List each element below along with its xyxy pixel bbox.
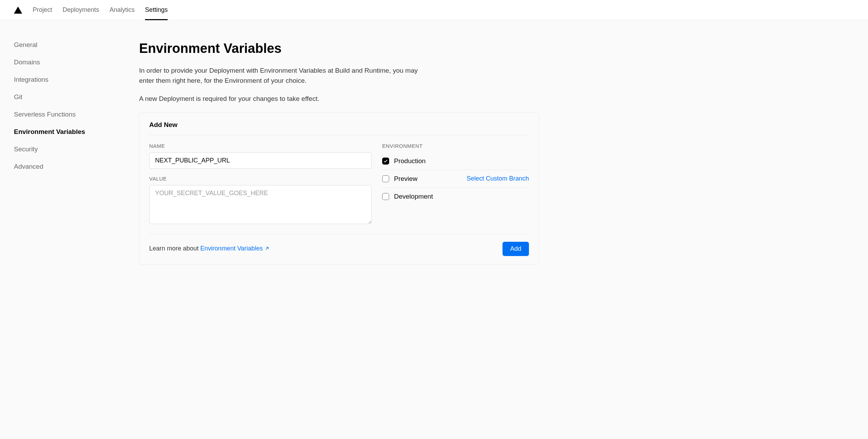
nav-tab-project[interactable]: Project <box>33 0 52 20</box>
env-label-production: Production <box>394 157 529 165</box>
sidebar-item-general[interactable]: General <box>14 41 125 49</box>
page-description-2: A new Deployment is required for your ch… <box>139 94 431 104</box>
add-new-card: Add New NAME VALUE ENVIRONMENT <box>139 112 539 265</box>
sidebar-item-domains[interactable]: Domains <box>14 58 125 66</box>
sidebar-item-integrations[interactable]: Integrations <box>14 76 125 83</box>
nav-tab-deployments[interactable]: Deployments <box>63 0 99 20</box>
settings-sidebar: General Domains Integrations Git Serverl… <box>14 41 125 418</box>
card-title: Add New <box>149 121 529 135</box>
sidebar-item-git[interactable]: Git <box>14 93 125 101</box>
value-input[interactable] <box>149 185 372 224</box>
check-icon <box>383 159 388 163</box>
nav-tab-analytics[interactable]: Analytics <box>110 0 135 20</box>
sidebar-item-serverless-functions[interactable]: Serverless Functions <box>14 111 125 118</box>
learn-more-link[interactable]: Environment Variables <box>200 245 270 252</box>
page-title: Environment Variables <box>139 41 539 56</box>
environment-label: ENVIRONMENT <box>382 143 529 149</box>
sidebar-item-advanced[interactable]: Advanced <box>14 163 125 170</box>
name-label: NAME <box>149 143 372 149</box>
env-row-production: Production <box>382 152 529 170</box>
external-link-icon <box>264 246 270 253</box>
top-nav: Project Deployments Analytics Settings <box>0 0 868 20</box>
page-description-1: In order to provide your Deployment with… <box>139 66 431 86</box>
env-row-preview: Preview Select Custom Branch <box>382 170 529 188</box>
checkbox-development[interactable] <box>382 193 389 200</box>
logo[interactable] <box>14 6 22 14</box>
main-content: Environment Variables In order to provid… <box>139 41 539 418</box>
checkbox-preview[interactable] <box>382 175 389 182</box>
nav-tab-settings[interactable]: Settings <box>145 0 168 20</box>
sidebar-item-environment-variables[interactable]: Environment Variables <box>14 128 125 136</box>
value-label: VALUE <box>149 176 372 182</box>
footer-text: Learn more about Environment Variables <box>149 245 270 253</box>
env-label-preview: Preview <box>394 175 462 183</box>
add-button[interactable]: Add <box>503 242 529 256</box>
env-label-development: Development <box>394 193 529 200</box>
env-row-development: Development <box>382 188 529 205</box>
sidebar-item-security[interactable]: Security <box>14 145 125 153</box>
checkbox-production[interactable] <box>382 158 389 165</box>
triangle-logo-icon <box>14 6 22 14</box>
select-custom-branch-link[interactable]: Select Custom Branch <box>467 175 529 182</box>
name-input[interactable] <box>149 152 372 169</box>
